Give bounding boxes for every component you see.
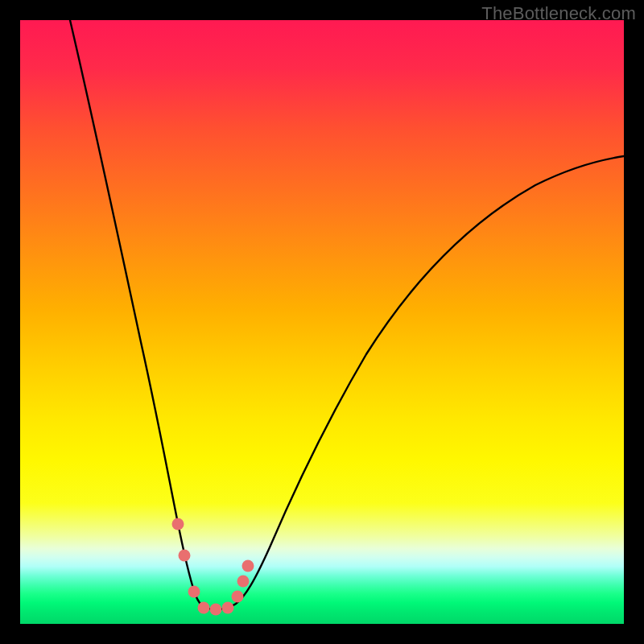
chart-svg [20,20,624,624]
marker-dot [222,602,234,614]
marker-dot [198,602,210,614]
marker-dot [232,591,244,603]
marker-dot [237,576,250,588]
watermark-text: TheBottleneck.com [481,3,636,24]
chart-container: TheBottleneck.com [0,0,644,644]
curve-path [70,20,624,609]
marker-group [172,518,254,616]
marker-dot [242,560,254,572]
marker-dot [179,550,191,562]
marker-dot [210,604,222,616]
marker-dot [188,586,200,598]
marker-dot [172,518,184,530]
